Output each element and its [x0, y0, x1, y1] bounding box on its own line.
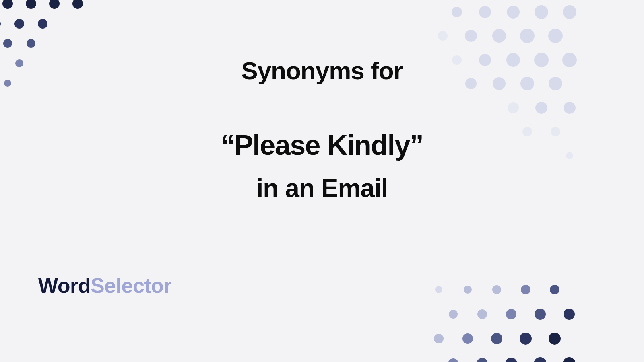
decorative-dot: [535, 309, 546, 320]
decorative-dot: [506, 309, 516, 319]
decorative-dot: [535, 5, 548, 19]
decorative-dot: [491, 333, 502, 344]
decorative-dot: [564, 309, 575, 320]
decorative-dot: [26, 0, 36, 9]
decorative-dot: [462, 333, 473, 344]
decorative-dot: [548, 29, 563, 43]
decorative-dot: [563, 5, 576, 19]
headline-line-1: Synonyms for: [0, 56, 644, 85]
decorative-dot: [477, 358, 488, 362]
decorative-dot: [534, 357, 547, 362]
decorative-dot: [549, 333, 561, 345]
decorative-dot: [2, 0, 13, 9]
decorative-dot: [0, 19, 1, 29]
decorative-dot: [563, 357, 576, 362]
decorative-dot: [72, 0, 83, 9]
decorative-dot: [452, 7, 462, 17]
decorative-dot: [550, 285, 559, 294]
decorative-dot: [520, 333, 532, 345]
graphic-canvas: Synonyms for “Please Kindly” in an Email…: [0, 0, 644, 362]
decorative-dot: [438, 31, 448, 41]
decorative-dot: [520, 29, 535, 43]
brand-wordmark: WordSelector: [38, 274, 171, 298]
decorative-dot: [479, 6, 491, 18]
headline-line-2: “Please Kindly”: [0, 129, 644, 161]
decorative-dot: [38, 19, 47, 29]
brand-word-part-1: Word: [38, 274, 91, 297]
decorative-dot: [14, 19, 24, 29]
decorative-dot: [435, 286, 442, 293]
decorative-dot: [464, 286, 472, 294]
brand-word-part-2: Selector: [91, 274, 171, 297]
decorative-dot: [434, 334, 444, 343]
decorative-dot: [49, 0, 60, 9]
headline-line-3: in an Email: [0, 173, 644, 203]
decorative-dot: [3, 39, 12, 48]
decorative-dot: [492, 29, 506, 43]
decorative-dot: [505, 358, 517, 362]
decorative-dot: [448, 358, 458, 362]
decorative-dot: [449, 310, 458, 319]
decorative-dot: [477, 309, 487, 319]
decorative-dot: [27, 39, 35, 48]
decorative-dot: [507, 6, 520, 19]
decorative-dot: [521, 285, 530, 294]
decorative-dot: [492, 285, 501, 294]
headline-block: Synonyms for “Please Kindly” in an Email: [0, 56, 644, 203]
decorative-dot: [465, 30, 477, 42]
